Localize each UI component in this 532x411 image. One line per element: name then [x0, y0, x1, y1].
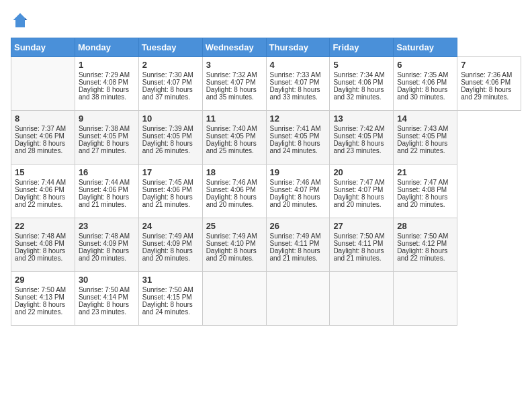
- sunrise-text: Sunrise: 7:43 AM: [397, 125, 453, 132]
- day-number: 6: [397, 60, 453, 70]
- table-row: [330, 272, 394, 326]
- sunset-text: Sunset: 4:09 PM: [142, 240, 199, 247]
- daylight-text: Daylight: 8 hours and 23 minutes.: [333, 140, 390, 154]
- daylight-text: Daylight: 8 hours and 20 minutes.: [15, 247, 71, 262]
- col-monday: Monday: [75, 38, 138, 57]
- day-number: 18: [206, 167, 263, 177]
- sunrise-text: Sunrise: 7:34 AM: [333, 71, 390, 79]
- sunrise-text: Sunrise: 7:39 AM: [142, 125, 199, 132]
- sunrise-text: Sunrise: 7:44 AM: [15, 179, 71, 186]
- table-row: 4Sunrise: 7:33 AMSunset: 4:07 PMDaylight…: [266, 57, 330, 111]
- day-number: 5: [333, 60, 390, 70]
- sunrise-text: Sunrise: 7:33 AM: [270, 71, 326, 79]
- col-friday: Friday: [330, 38, 394, 57]
- day-number: 14: [397, 113, 453, 124]
- table-row: 3Sunrise: 7:32 AMSunset: 4:07 PMDaylight…: [202, 57, 266, 111]
- day-number: 11: [206, 113, 263, 124]
- table-row: 25Sunrise: 7:49 AMSunset: 4:10 PMDayligh…: [202, 218, 266, 272]
- table-row: 18Sunrise: 7:46 AMSunset: 4:06 PMDayligh…: [202, 165, 266, 218]
- table-row: [394, 272, 457, 326]
- table-row: 21Sunrise: 7:47 AMSunset: 4:08 PMDayligh…: [394, 165, 457, 218]
- sunrise-text: Sunrise: 7:41 AM: [270, 125, 326, 132]
- table-row: 24Sunrise: 7:49 AMSunset: 4:09 PMDayligh…: [138, 218, 202, 272]
- sunrise-text: Sunrise: 7:36 AM: [461, 71, 517, 79]
- sunrise-text: Sunrise: 7:50 AM: [142, 286, 199, 293]
- day-number: 15: [15, 167, 71, 177]
- day-number: 17: [142, 167, 199, 177]
- daylight-text: Daylight: 8 hours and 22 minutes.: [397, 140, 453, 154]
- daylight-text: Daylight: 8 hours and 22 minutes.: [15, 193, 71, 208]
- sunrise-text: Sunrise: 7:49 AM: [206, 232, 263, 240]
- daylight-text: Daylight: 8 hours and 21 minutes.: [270, 247, 326, 262]
- day-number: 13: [333, 113, 390, 124]
- table-row: 5Sunrise: 7:34 AMSunset: 4:06 PMDaylight…: [330, 57, 394, 111]
- day-number: 4: [270, 60, 326, 70]
- sunset-text: Sunset: 4:06 PM: [206, 186, 263, 193]
- day-number: 10: [142, 113, 199, 124]
- sunset-text: Sunset: 4:06 PM: [397, 79, 453, 86]
- table-row: 23Sunrise: 7:48 AMSunset: 4:09 PMDayligh…: [75, 218, 138, 272]
- sunrise-text: Sunrise: 7:29 AM: [79, 71, 135, 79]
- sunrise-text: Sunrise: 7:35 AM: [397, 71, 453, 79]
- sunset-text: Sunset: 4:06 PM: [79, 186, 135, 193]
- sunset-text: Sunset: 4:07 PM: [270, 79, 326, 86]
- calendar-week-row: 29Sunrise: 7:50 AMSunset: 4:13 PMDayligh…: [11, 272, 521, 326]
- calendar-week-row: 15Sunrise: 7:44 AMSunset: 4:06 PMDayligh…: [11, 165, 521, 218]
- table-row: 17Sunrise: 7:45 AMSunset: 4:06 PMDayligh…: [138, 165, 202, 218]
- table-row: 26Sunrise: 7:49 AMSunset: 4:11 PMDayligh…: [266, 218, 330, 272]
- sunrise-text: Sunrise: 7:50 AM: [333, 232, 390, 240]
- table-row: [202, 272, 266, 326]
- sunset-text: Sunset: 4:07 PM: [142, 79, 199, 86]
- sunset-text: Sunset: 4:06 PM: [142, 186, 199, 193]
- logo-icon: [11, 11, 30, 30]
- daylight-text: Daylight: 8 hours and 20 minutes.: [206, 193, 263, 208]
- sunrise-text: Sunrise: 7:50 AM: [15, 286, 71, 293]
- sunset-text: Sunset: 4:10 PM: [206, 240, 263, 247]
- daylight-text: Daylight: 8 hours and 21 minutes.: [79, 193, 135, 208]
- sunset-text: Sunset: 4:05 PM: [79, 132, 135, 140]
- day-number: 21: [397, 167, 453, 177]
- daylight-text: Daylight: 8 hours and 20 minutes.: [333, 193, 390, 208]
- day-number: 20: [333, 167, 390, 177]
- sunset-text: Sunset: 4:11 PM: [270, 240, 326, 247]
- day-number: 22: [15, 221, 71, 231]
- table-row: 10Sunrise: 7:39 AMSunset: 4:05 PMDayligh…: [138, 111, 202, 165]
- day-number: 30: [79, 275, 135, 285]
- sunrise-text: Sunrise: 7:37 AM: [15, 125, 71, 132]
- daylight-text: Daylight: 8 hours and 30 minutes.: [397, 86, 453, 101]
- daylight-text: Daylight: 8 hours and 38 minutes.: [79, 86, 135, 101]
- sunrise-text: Sunrise: 7:44 AM: [79, 179, 135, 186]
- day-number: 27: [333, 221, 390, 231]
- day-number: 24: [142, 221, 199, 231]
- calendar-week-row: 22Sunrise: 7:48 AMSunset: 4:08 PMDayligh…: [11, 218, 521, 272]
- sunset-text: Sunset: 4:08 PM: [79, 79, 135, 86]
- sunset-text: Sunset: 4:06 PM: [333, 79, 390, 86]
- day-number: 7: [461, 60, 517, 70]
- daylight-text: Daylight: 8 hours and 20 minutes.: [270, 193, 326, 208]
- daylight-text: Daylight: 8 hours and 33 minutes.: [270, 86, 326, 101]
- daylight-text: Daylight: 8 hours and 21 minutes.: [333, 247, 390, 262]
- calendar-table: Sunday Monday Tuesday Wednesday Thursday…: [11, 38, 521, 326]
- table-row: 13Sunrise: 7:42 AMSunset: 4:05 PMDayligh…: [330, 111, 394, 165]
- table-row: 14Sunrise: 7:43 AMSunset: 4:05 PMDayligh…: [394, 111, 457, 165]
- sunrise-text: Sunrise: 7:49 AM: [270, 232, 326, 240]
- daylight-text: Daylight: 8 hours and 37 minutes.: [142, 86, 199, 101]
- logo: [11, 11, 32, 30]
- sunset-text: Sunset: 4:07 PM: [206, 79, 263, 86]
- sunset-text: Sunset: 4:05 PM: [333, 132, 390, 140]
- day-number: 9: [79, 113, 135, 124]
- table-row: 6Sunrise: 7:35 AMSunset: 4:06 PMDaylight…: [394, 57, 457, 111]
- daylight-text: Daylight: 8 hours and 23 minutes.: [79, 301, 135, 316]
- sunset-text: Sunset: 4:09 PM: [79, 240, 135, 247]
- day-number: 12: [270, 113, 326, 124]
- table-row: 11Sunrise: 7:40 AMSunset: 4:05 PMDayligh…: [202, 111, 266, 165]
- daylight-text: Daylight: 8 hours and 24 minutes.: [270, 140, 326, 154]
- sunset-text: Sunset: 4:15 PM: [142, 293, 199, 301]
- day-number: 8: [15, 113, 71, 124]
- daylight-text: Daylight: 8 hours and 24 minutes.: [142, 301, 199, 316]
- daylight-text: Daylight: 8 hours and 20 minutes.: [206, 247, 263, 262]
- sunset-text: Sunset: 4:14 PM: [79, 293, 135, 301]
- table-row: 9Sunrise: 7:38 AMSunset: 4:05 PMDaylight…: [75, 111, 138, 165]
- table-row: 1Sunrise: 7:29 AMSunset: 4:08 PMDaylight…: [75, 57, 138, 111]
- sunset-text: Sunset: 4:06 PM: [15, 186, 71, 193]
